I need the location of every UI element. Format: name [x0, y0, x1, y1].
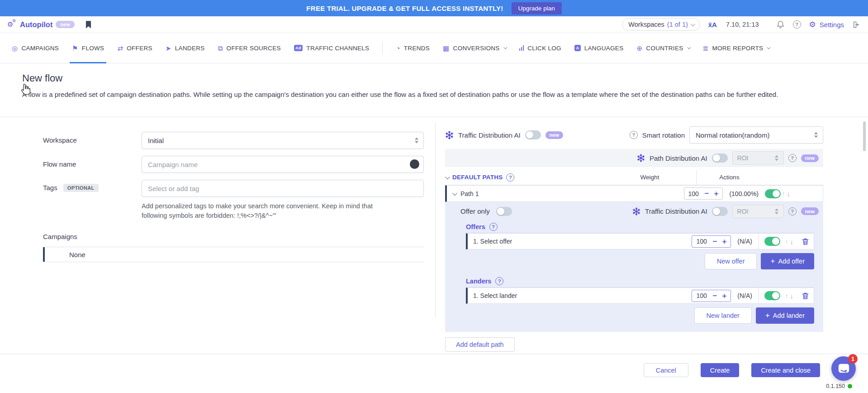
offer-only-label: Offer only — [460, 207, 490, 215]
arrow-down-icon[interactable]: ↓ — [787, 190, 791, 197]
flow-form: Workspace Initial Flow name Tags OPTIONA… — [0, 117, 435, 354]
default-paths-help-icon[interactable]: ? — [506, 173, 514, 182]
nav-item-click-log[interactable]: CLICK LOG — [519, 33, 561, 63]
trash-icon[interactable] — [802, 238, 809, 245]
workspace-select[interactable]: Initial — [142, 132, 424, 149]
countries-icon: ⊕ — [636, 45, 642, 52]
more-reports-icon: ≣ — [703, 45, 709, 52]
plus-icon[interactable]: + — [722, 238, 726, 245]
new-badge: new — [801, 154, 819, 162]
scrollbar-thumb[interactable] — [863, 121, 866, 151]
app-logo[interactable]: Autopilot — [20, 20, 52, 29]
minus-icon[interactable]: − — [712, 292, 717, 300]
lander-share: (N/A) — [737, 292, 752, 299]
flow-name-input[interactable] — [142, 156, 424, 173]
arrow-down-icon[interactable]: ↓ — [790, 238, 794, 245]
arrow-down-icon[interactable]: ↓ — [790, 292, 794, 300]
nav-item-countries[interactable]: ⊕COUNTRIES — [636, 33, 689, 63]
path-weight-stepper[interactable]: 100 − + — [684, 187, 723, 200]
ai-icon — [632, 207, 640, 216]
nav-item-offer-sources[interactable]: ⧉OFFER SOURCES — [218, 33, 281, 63]
path-traffic-ai-help-icon[interactable]: ? — [788, 207, 797, 216]
new-offer-button[interactable]: New offer — [705, 253, 757, 269]
chevron-down-icon — [687, 45, 691, 49]
path-weight-value[interactable]: 100 — [688, 190, 700, 197]
nav-item-traffic-channels[interactable]: AdTRAFFIC CHANNELS — [294, 33, 370, 63]
tags-input[interactable] — [142, 180, 424, 197]
lander-name[interactable]: 1. Select lander — [473, 292, 517, 299]
offer-name[interactable]: 1. Select offer — [473, 238, 512, 245]
path-enabled-toggle[interactable] — [765, 189, 781, 198]
new-badge: new — [545, 131, 563, 139]
nav-item-more-reports[interactable]: ≣MORE REPORTS — [703, 33, 770, 63]
new-lander-button[interactable]: New lander — [694, 307, 752, 324]
nav-item-trends[interactable]: ◔TRENDS — [396, 33, 430, 63]
lander-weight-value[interactable]: 100 — [696, 292, 707, 299]
add-offer-button[interactable]: +Add offer — [761, 253, 814, 269]
nav-item-flows[interactable]: ⚑FLOWS — [72, 33, 104, 63]
gear-icon[interactable]: ⚙ — [809, 20, 816, 29]
nav-item-landers[interactable]: ➤LANDERS — [166, 33, 205, 63]
create-button[interactable]: Create — [701, 363, 740, 377]
settings-link[interactable]: Settings — [820, 21, 844, 29]
workspaces-label: Workspaces — [628, 21, 664, 28]
campaigns-value: None — [43, 247, 424, 262]
arrow-up-icon[interactable]: ↑ — [785, 292, 788, 300]
upgrade-plan-button[interactable]: Upgrade plan — [512, 2, 562, 14]
offer-row: 1. Select offer 100 − + (N/A) ↑ ↓ — [466, 233, 814, 249]
nav-item-offers[interactable]: ⇄OFFERS — [117, 33, 152, 63]
weight-column-header: Weight — [603, 174, 696, 181]
logout-icon[interactable] — [852, 20, 861, 29]
nav-item-languages[interactable]: ALANGUAGES — [574, 33, 624, 63]
collapse-chevron-icon[interactable] — [445, 174, 450, 179]
create-and-close-button[interactable]: Create and close — [751, 363, 820, 377]
path-distribution-row: Path Distribution AI ROI ? new — [445, 149, 823, 167]
lander-enabled-toggle[interactable] — [764, 291, 780, 300]
chat-launcher[interactable]: 1 — [831, 356, 856, 381]
plus-icon[interactable]: + — [714, 190, 718, 197]
add-default-path-button[interactable]: Add default path — [445, 337, 515, 352]
path-traffic-ai-toggle[interactable] — [712, 207, 728, 216]
help-icon[interactable]: ? — [793, 20, 801, 29]
app-new-badge: new — [56, 21, 74, 28]
flow-name-label: Flow name — [43, 156, 142, 173]
lander-weight-stepper[interactable]: 100 − + — [692, 290, 731, 302]
bookmark-icon[interactable] — [85, 21, 91, 29]
smart-rotation-select[interactable]: Normal rotation(random) — [689, 126, 823, 144]
minus-icon[interactable]: − — [705, 190, 709, 197]
smart-rotation-help-icon[interactable]: ? — [630, 131, 638, 139]
landers-help-icon[interactable]: ? — [495, 277, 503, 285]
offers-icon: ⇄ — [117, 45, 123, 52]
offer-weight-stepper[interactable]: 100 − + — [692, 235, 731, 248]
default-paths-title: DEFAULT PATHS — [452, 174, 503, 181]
arrow-up-icon[interactable]: ↑ — [782, 190, 785, 197]
arrow-up-icon[interactable]: ↑ — [785, 238, 788, 245]
collapse-chevron-icon[interactable] — [452, 190, 457, 195]
minus-icon[interactable]: − — [712, 238, 717, 245]
row-divider — [759, 234, 759, 249]
plus-icon[interactable]: + — [722, 292, 726, 300]
path-ai-help-icon[interactable]: ? — [788, 154, 797, 162]
offers-help-icon[interactable]: ? — [489, 223, 498, 231]
traffic-distribution-ai-toggle[interactable] — [525, 130, 541, 139]
trash-icon[interactable] — [802, 292, 809, 300]
path-distribution-ai-toggle[interactable] — [712, 153, 728, 163]
nav-item-campaigns[interactable]: ◎CAMPAIGNS — [12, 33, 59, 63]
flow-name-dot — [410, 159, 419, 169]
online-status-dot — [848, 384, 852, 388]
nav-divider — [382, 42, 383, 54]
notifications-bell-icon[interactable] — [776, 20, 785, 29]
add-lander-button[interactable]: +Add lander — [756, 307, 814, 324]
translate-icon[interactable]: x̄A — [708, 21, 717, 29]
workspaces-selector[interactable]: Workspaces (1 of 1) — [622, 18, 700, 31]
trends-icon: ◔ — [396, 45, 400, 52]
nav-item-conversions[interactable]: ▦CONVERSIONS — [443, 33, 506, 63]
workspace-value: Initial — [148, 137, 164, 144]
cancel-button[interactable]: Cancel — [644, 363, 688, 377]
offer-weight-value[interactable]: 100 — [696, 238, 707, 245]
path-traffic-ai-label: Traffic Distribution AI — [645, 207, 707, 215]
chevron-down-icon — [691, 22, 695, 26]
offer-only-toggle[interactable] — [496, 207, 512, 216]
offer-enabled-toggle[interactable] — [764, 237, 780, 246]
smart-rotation-value: Normal rotation(random) — [696, 131, 769, 139]
